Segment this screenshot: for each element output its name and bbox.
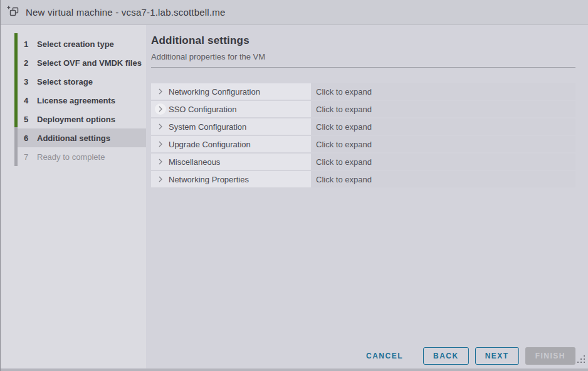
step-number: 3 [24, 77, 31, 86]
setting-expand-cell[interactable]: Click to expand [311, 136, 575, 152]
step-label: License agreements [37, 96, 115, 105]
new-vm-wizard-dialog: New virtual machine - vcsa7-1.lab.scottb… [0, 0, 588, 371]
chevron-right-icon[interactable] [155, 103, 166, 115]
dialog-title: New virtual machine - vcsa7-1.lab.scottb… [26, 7, 226, 18]
setting-expand-cell[interactable]: Click to expand [311, 171, 575, 187]
step-label: Deployment options [37, 115, 115, 124]
step-label: Ready to complete [37, 152, 105, 162]
step-number: 4 [24, 96, 31, 105]
setting-name-cell: Networking Configuration [151, 83, 311, 100]
settings-row-networking-configuration[interactable]: Networking Configuration Click to expand [151, 83, 575, 100]
chevron-right-icon[interactable] [155, 156, 166, 167]
step-license-agreements[interactable]: 4 License agreements [18, 91, 146, 110]
setting-name-cell: System Configuration [151, 118, 311, 135]
page-title: Additional settings [151, 34, 575, 47]
wizard-footer: CANCEL BACK NEXT FINISH [360, 347, 575, 365]
setting-name: SSO Configuration [169, 105, 236, 114]
step-deployment-options[interactable]: 5 Deployment options [18, 110, 146, 128]
step-label: Additional settings [37, 133, 110, 143]
wizard-steps-sidebar: 1 Select creation type 2 Select OVF and … [1, 25, 146, 370]
step-number: 6 [24, 133, 31, 143]
back-button[interactable]: BACK [423, 347, 469, 365]
step-number: 7 [24, 152, 31, 162]
setting-expand-cell[interactable]: Click to expand [311, 154, 575, 170]
settings-row-networking-properties[interactable]: Networking Properties Click to expand [151, 171, 575, 187]
page-subtitle: Additional properties for the VM [151, 52, 575, 61]
chevron-right-icon[interactable] [155, 121, 166, 132]
setting-name-cell: Miscellaneous [151, 154, 311, 170]
next-button[interactable]: NEXT [475, 347, 519, 365]
setting-expand-cell[interactable]: Click to expand [311, 101, 575, 117]
setting-name: System Configuration [169, 122, 246, 132]
finish-button: FINISH [525, 347, 575, 365]
setting-name-cell: Upgrade Configuration [151, 136, 311, 152]
dialog-titlebar: New virtual machine - vcsa7-1.lab.scottb… [1, 0, 588, 25]
settings-row-miscellaneous[interactable]: Miscellaneous Click to expand [151, 154, 575, 170]
cancel-button[interactable]: CANCEL [360, 347, 409, 365]
step-label: Select creation type [37, 39, 114, 49]
step-select-creation-type[interactable]: 1 Select creation type [18, 34, 146, 53]
setting-name-cell: Networking Properties [151, 171, 311, 187]
chevron-right-icon[interactable] [155, 138, 166, 150]
settings-row-sso-configuration[interactable]: SSO Configuration Click to expand [151, 101, 575, 117]
setting-name: Networking Properties [169, 175, 249, 184]
new-vm-icon [7, 6, 21, 19]
window-bottom-edge [1, 368, 588, 371]
setting-name: Networking Configuration [169, 87, 260, 97]
step-number: 2 [24, 58, 31, 68]
step-number: 5 [24, 115, 31, 124]
step-number: 1 [24, 39, 31, 49]
step-label: Select storage [37, 77, 93, 86]
setting-expand-cell[interactable]: Click to expand [311, 118, 575, 135]
step-ready-to-complete[interactable]: 7 Ready to complete [18, 147, 146, 166]
header-divider [151, 67, 575, 68]
resize-grip-icon[interactable] [576, 354, 586, 367]
setting-name: Upgrade Configuration [169, 140, 251, 149]
setting-expand-cell[interactable]: Click to expand [311, 83, 575, 100]
settings-row-system-configuration[interactable]: System Configuration Click to expand [151, 118, 575, 135]
step-select-storage[interactable]: 3 Select storage [18, 72, 146, 91]
settings-row-upgrade-configuration[interactable]: Upgrade Configuration Click to expand [151, 136, 575, 152]
chevron-right-icon[interactable] [155, 174, 166, 185]
step-select-ovf-vmdk-files[interactable]: 2 Select OVF and VMDK files [18, 53, 146, 72]
step-label: Select OVF and VMDK files [37, 58, 142, 68]
setting-name-cell: SSO Configuration [151, 101, 311, 117]
additional-settings-table: Networking Configuration Click to expand… [151, 83, 575, 187]
chevron-right-icon[interactable] [155, 86, 166, 97]
step-additional-settings[interactable]: 6 Additional settings [18, 128, 146, 147]
setting-name: Miscellaneous [169, 157, 220, 167]
wizard-content-pane: Additional settings Additional propertie… [146, 25, 588, 370]
